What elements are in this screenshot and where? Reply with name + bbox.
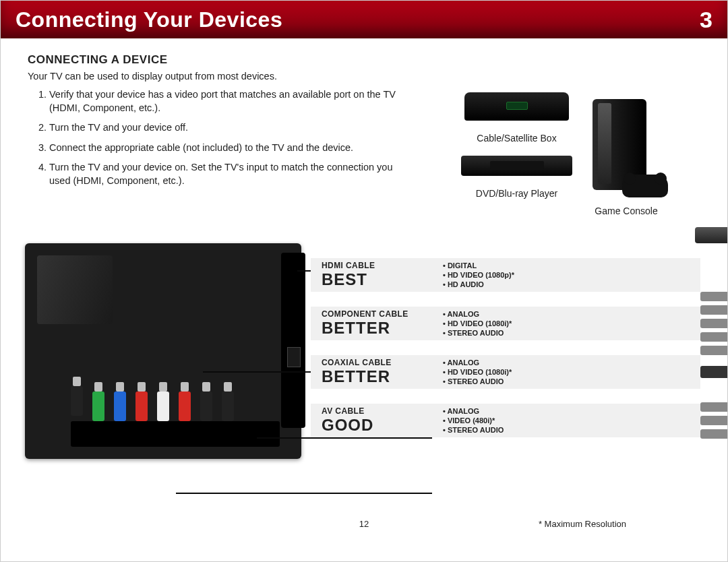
cable-bullet: ANALOG (443, 358, 512, 367)
cable-bullet: HD VIDEO (1080i)* (443, 367, 512, 377)
controller-icon (622, 175, 668, 197)
game-console-icon (593, 92, 660, 193)
bluray-icon (461, 156, 572, 176)
cable-bullet: ANALOG (443, 309, 512, 319)
page-title: Connecting Your Devices (16, 7, 282, 32)
console-label: Game Console (595, 206, 657, 216)
step-item: Turn the TV and your device off. (49, 121, 416, 135)
cable-bar: COMPONENT CABLEBETTERANALOGHD VIDEO (108… (311, 307, 700, 340)
cable-bullet: HD VIDEO (1080i)* (443, 319, 512, 328)
chapter-number: 3 (700, 7, 712, 33)
hdmi-port-icon (287, 347, 301, 367)
cable-box-icon (464, 92, 569, 121)
footnote: * Maximum Resolution (539, 519, 626, 529)
cable-box-label: Cable/Satellite Box (477, 133, 556, 144)
page-body: CONNECTING A DEVICE Your TV can be used … (1, 38, 727, 201)
wire-av (176, 493, 432, 494)
cable-bullet: STEREO AUDIO (443, 377, 512, 386)
port-plug-icon (114, 382, 126, 421)
cable-bullet: STEREO AUDIO (443, 425, 504, 435)
step-item: Connect the appropriate cable (not inclu… (49, 142, 416, 155)
connector-end-icon (700, 402, 728, 439)
cable-group: AV CABLEGOODANALOGVIDEO (480i)*STEREO AU… (311, 404, 700, 437)
port-plug-icon (222, 382, 234, 421)
cable-name: AV CABLE (322, 406, 429, 416)
device-column-left: Cable/Satellite Box DVD/Blu-ray Player (461, 92, 572, 199)
connector-end-icon (695, 227, 728, 243)
cable-bullet: DIGITAL (443, 261, 514, 270)
cable-bullet: VIDEO (480i)* (443, 416, 504, 425)
cable-bullet: HD AUDIO (443, 280, 514, 289)
port-plug-icon (179, 382, 191, 421)
cable-group: COMPONENT CABLEBETTERANALOGHD VIDEO (108… (311, 307, 700, 340)
cable-rating: BETTER (322, 367, 429, 386)
side-port-panel (281, 253, 305, 428)
page-number: 12 (359, 519, 369, 529)
connector-end-icon (700, 292, 728, 355)
port-plug-icon (135, 382, 148, 421)
cable-bullets: DIGITALHD VIDEO (1080p)*HD AUDIO (443, 261, 514, 290)
section-intro: Your TV can be used to display output fr… (28, 71, 700, 82)
bluray-label: DVD/Blu-ray Player (476, 188, 557, 199)
cable-rating: BETTER (322, 319, 429, 338)
port-plug-icon (157, 382, 169, 421)
tv-back-illustration (25, 243, 301, 459)
connection-diagram: HDMI CABLEBESTDIGITALHD VIDEO (1080p)*HD… (1, 243, 727, 533)
cable-name: HDMI CABLE (322, 261, 429, 270)
connector-end-icon (700, 366, 728, 378)
device-column-right: Game Console (593, 92, 660, 216)
step-item: Turn the TV and your device on. Set the … (49, 161, 416, 187)
port-plug-icon (200, 382, 212, 421)
cable-bullets: ANALOGVIDEO (480i)*STEREO AUDIO (443, 406, 504, 435)
step-list: Verify that your device has a video port… (38, 88, 416, 187)
section-heading: CONNECTING A DEVICE (28, 53, 700, 67)
page-header: Connecting Your Devices 3 (1, 1, 727, 38)
cable-bullet: STEREO AUDIO (443, 328, 512, 338)
cable-name: COMPONENT CABLE (322, 309, 429, 319)
bottom-port-row (71, 421, 280, 447)
cable-rating: BEST (322, 270, 429, 289)
port-plug-icon (71, 377, 83, 416)
cable-group: COAXIAL CABLEBETTERANALOGHD VIDEO (1080i… (311, 355, 700, 389)
device-gallery: Cable/Satellite Box DVD/Blu-ray Player G… (461, 92, 660, 216)
cable-bullet: ANALOG (443, 406, 504, 416)
back-of-tv-label: BACK OF TV (29, 507, 91, 518)
cable-bullet: HD VIDEO (1080p)* (443, 270, 514, 280)
cable-name: COAXIAL CABLE (322, 358, 429, 367)
cable-group: HDMI CABLEBESTDIGITALHD VIDEO (1080p)*HD… (311, 258, 700, 292)
port-plug-icon (92, 382, 104, 421)
step-item: Verify that your device has a video port… (49, 88, 416, 115)
cable-bar: HDMI CABLEBESTDIGITALHD VIDEO (1080p)*HD… (311, 258, 700, 292)
cable-bullets: ANALOGHD VIDEO (1080i)*STEREO AUDIO (443, 358, 512, 387)
cable-bullets: ANALOGHD VIDEO (1080i)*STEREO AUDIO (443, 309, 512, 338)
cable-rating: GOOD (322, 416, 429, 435)
manual-page: Connecting Your Devices 3 CONNECTING A D… (0, 0, 728, 562)
cable-labels: HDMI CABLEBESTDIGITALHD VIDEO (1080p)*HD… (311, 258, 700, 452)
bottom-plugs (71, 377, 234, 421)
cable-bar: AV CABLEGOODANALOGVIDEO (480i)*STEREO AU… (311, 404, 700, 437)
cable-bar: COAXIAL CABLEBETTERANALOGHD VIDEO (1080i… (311, 355, 700, 389)
